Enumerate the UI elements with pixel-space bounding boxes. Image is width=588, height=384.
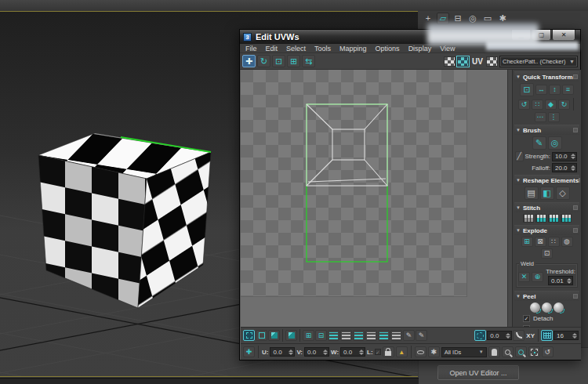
uv-editor-canvas[interactable] [241,70,507,327]
zoom-region-icon[interactable] [515,346,527,357]
spin-up-icon[interactable] [506,333,510,335]
select-by-ring-icon[interactable] [353,330,365,341]
spin-down-icon[interactable] [571,168,575,171]
menu-tools[interactable]: Tools [314,45,331,53]
rotate-ccw-icon[interactable]: ↺ [518,100,530,110]
pan-icon[interactable] [488,346,500,357]
select-by-element-icon[interactable] [390,330,402,341]
element-mode-icon[interactable] [285,330,297,341]
align-horizontal-icon[interactable]: ↔ [535,85,547,95]
material-id-filter-dropdown[interactable]: All IDs ▼ [441,347,487,357]
rotate-tool-icon[interactable]: ↻ [257,55,270,67]
spin-down-icon[interactable] [567,281,572,284]
relax-until-flat-icon[interactable]: ◧ [540,187,554,200]
stitch-to-target-icon[interactable] [535,214,546,223]
show-map-icon[interactable] [444,56,456,67]
falloff-spinner[interactable]: 20.0 [552,163,577,172]
open-uv-editor-button[interactable]: Open UV Editor ... [437,365,519,380]
soft-selection-icon[interactable] [474,330,486,341]
freeze-icon[interactable]: ✱ [428,346,440,357]
uv-space-label[interactable]: UV [470,57,485,66]
spin-up-icon[interactable] [571,154,575,156]
paint-select-icon[interactable]: ✎ [403,330,415,341]
menu-file[interactable]: File [245,45,257,53]
spin-up-icon[interactable] [359,350,364,352]
spin-up-icon[interactable] [571,165,575,168]
rollout-reshape-elements[interactable]: ▼ Reshape Elements [514,175,579,185]
flatten-by-id-icon[interactable]: ⊠ [535,237,546,247]
rollout-brush[interactable]: ▼ Brush [514,125,579,135]
falloff-type-icon[interactable]: ╱ [515,151,524,161]
spin-up-icon[interactable] [323,350,328,352]
zoom-icon[interactable] [502,346,514,357]
texture-list-icon[interactable] [486,56,498,67]
rotate-cw-icon[interactable]: ↻ [558,100,570,110]
hide-by-id-icon[interactable] [415,346,426,357]
rollout-explode[interactable]: ▼ Explode [514,225,579,235]
falloff-curve-icon[interactable] [513,330,524,341]
ignore-backfacing-icon[interactable] [378,330,390,341]
close-button[interactable]: ✕ [552,30,575,41]
relax-brush-icon[interactable]: ◎ [548,136,562,150]
menu-display[interactable]: Display [408,45,432,53]
weld-selected-icon[interactable]: ✕ [518,272,530,282]
align-pivot-icon[interactable]: ⊡ [520,83,534,96]
align-vertical-icon[interactable]: ↕ [549,85,561,95]
stitch-custom-icon[interactable] [523,214,534,223]
quick-peel-icon[interactable] [530,302,540,313]
w-spinner[interactable]: 0.0 [340,347,365,357]
material-dropdown[interactable]: CheckerPatt.. (Checker) ▼ [499,56,578,67]
limit-soft-selection-icon[interactable] [541,330,553,341]
detach-checkbox[interactable]: ✓ [523,315,530,322]
checker-tiling-icon[interactable] [457,56,469,67]
explode-to-faces-icon[interactable]: ⊡ [541,248,553,259]
pelt-map-icon[interactable] [554,302,564,313]
lock-selection-icon[interactable] [383,346,394,357]
scale-tool-icon[interactable]: ⊡ [272,55,285,67]
spin-down-icon[interactable] [323,353,328,355]
spin-down-icon[interactable] [506,336,510,339]
spin-up-icon[interactable] [572,333,577,335]
menu-mapping[interactable]: Mapping [339,45,367,53]
align-element-icon[interactable]: ◆ [545,100,557,110]
flatten-by-group-icon[interactable]: ⊞ [521,237,533,247]
mirror-tool-icon[interactable]: ⇆ [302,55,315,67]
stitch-to-average-icon[interactable] [561,214,572,223]
edge-mode-icon[interactable] [256,330,267,341]
menu-edit[interactable]: Edit [266,45,278,53]
grow-loop-icon[interactable] [340,330,352,341]
relax-icon[interactable]: ◇ [556,187,570,200]
spin-down-icon[interactable] [572,336,577,339]
peel-mode-icon[interactable] [542,302,552,313]
stitch-to-source-icon[interactable] [548,214,559,223]
u-spinner[interactable]: 0.0 [270,347,295,357]
grow-ring-icon[interactable] [365,330,377,341]
target-weld-icon[interactable]: ⊕ [532,272,543,282]
face-mode-icon[interactable] [268,330,280,341]
space-horizontal-icon[interactable]: ∷ [532,100,543,110]
shrink-selection-icon[interactable]: ⊟ [315,330,327,341]
menu-view[interactable]: View [440,45,455,53]
absolute-typein-icon[interactable]: ✚ [243,346,255,357]
spin-up-icon[interactable] [289,350,293,352]
lock-aspect-checkbox[interactable]: ✓ [375,349,381,355]
threshold-spinner[interactable]: 0.01 [548,276,573,285]
rollout-stitch[interactable]: ▼ Stitch [514,202,579,212]
spin-down-icon[interactable] [571,157,575,159]
spin-down-icon[interactable] [359,353,364,355]
menu-options[interactable]: Options [376,45,400,53]
move-brush-icon[interactable]: ✎ [532,136,546,150]
soft-selection-spinner[interactable]: 0.0 [487,331,512,340]
strength-spinner[interactable]: 10.0 [552,152,577,161]
move-tool-icon[interactable]: ✚ [242,55,256,67]
linear-align-icon[interactable]: ≡ [562,85,574,95]
falloff-space-label[interactable]: XY [525,332,535,339]
paint-select-grow-icon[interactable]: ✎ [416,330,427,341]
spin-down-icon[interactable] [289,353,293,355]
zoom-to-gizmo-icon[interactable]: ↺ [542,346,554,357]
edge-limit-spinner[interactable]: 16 [554,331,579,340]
zoom-extents-icon[interactable] [528,346,540,357]
flatten-by-face-icon[interactable]: ∷ [548,237,560,247]
straighten-selection-icon[interactable]: ▤ [524,187,539,200]
vertex-mode-icon[interactable] [243,330,255,341]
